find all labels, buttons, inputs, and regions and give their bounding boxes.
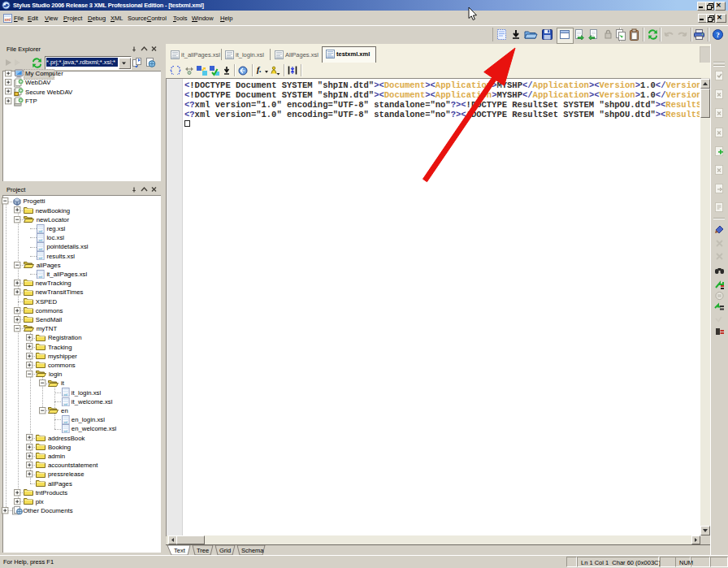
svg-text:Schema: Schema — [241, 547, 264, 554]
svg-text:Grid: Grid — [219, 547, 231, 554]
svg-text:xml: xml — [5, 18, 11, 22]
svg-text:Tree: Tree — [197, 547, 209, 554]
svg-text:?: ? — [716, 31, 720, 39]
svg-text:Text: Text — [174, 547, 186, 554]
